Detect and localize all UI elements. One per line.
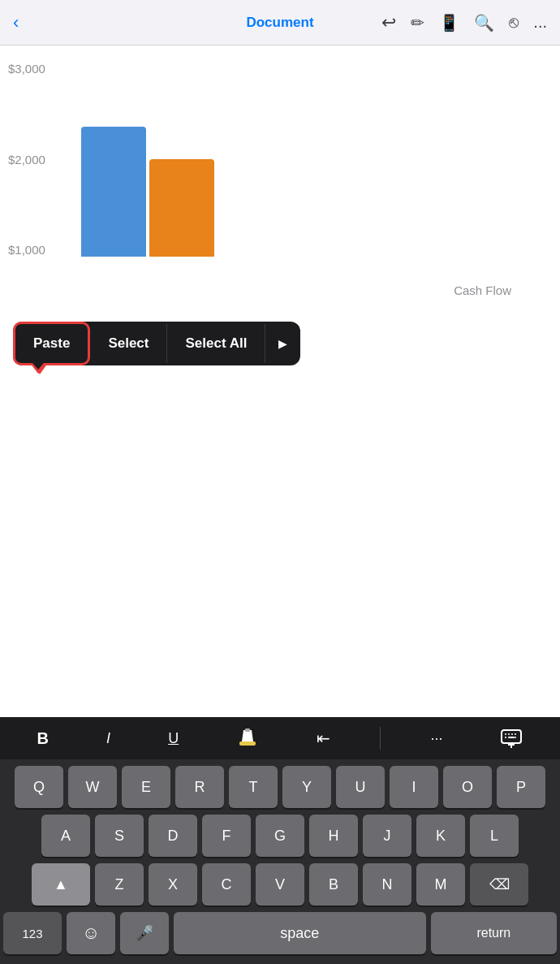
- key-l[interactable]: L: [470, 815, 519, 857]
- y-label-1000: $1,000: [8, 243, 45, 257]
- more-format-button[interactable]: ···: [422, 725, 450, 752]
- chart-label: Cash Flow: [454, 283, 511, 297]
- key-m[interactable]: M: [416, 863, 465, 906]
- y-label-2000: $2,000: [8, 153, 45, 166]
- chart-container: $3,000 $2,000 $1,000 Cash Flow: [0, 45, 560, 322]
- key-e[interactable]: E: [122, 766, 170, 808]
- key-k[interactable]: K: [416, 815, 465, 857]
- underline-button[interactable]: U: [160, 725, 187, 752]
- select-button[interactable]: Select: [90, 324, 167, 363]
- key-p[interactable]: P: [497, 766, 545, 808]
- key-row-4: 123 ☺ 🎤 space return: [3, 912, 557, 954]
- bar-blue: [81, 127, 146, 257]
- key-o[interactable]: O: [443, 766, 492, 808]
- return-key[interactable]: return: [431, 912, 557, 954]
- search-icon[interactable]: 🔍: [474, 13, 494, 32]
- key-row-2: A S D F G H J K L: [3, 815, 557, 857]
- key-u[interactable]: U: [336, 766, 385, 808]
- indent-button[interactable]: ⇤: [308, 724, 338, 753]
- select-all-button[interactable]: Select All: [167, 324, 265, 363]
- key-i[interactable]: I: [390, 766, 438, 808]
- italic-button[interactable]: I: [98, 725, 118, 752]
- chart-bars: [65, 62, 536, 257]
- keyboard: Q W E R T Y U I O P A S D F G H J K L ▲ …: [0, 759, 560, 964]
- device-icon[interactable]: 📱: [439, 13, 459, 32]
- bar-group: [81, 127, 214, 257]
- key-v[interactable]: V: [256, 863, 304, 906]
- document-area: $3,000 $2,000 $1,000 Cash Flow Paste Sel…: [0, 45, 560, 717]
- key-h[interactable]: H: [309, 815, 358, 857]
- y-axis-labels: $3,000 $2,000 $1,000: [8, 62, 45, 257]
- shift-key[interactable]: ▲: [32, 863, 90, 906]
- pen-icon[interactable]: ✏: [411, 13, 424, 32]
- key-r[interactable]: R: [175, 766, 224, 808]
- context-menu: Paste Select Select All ▶: [13, 322, 300, 365]
- space-key[interactable]: space: [174, 912, 426, 954]
- key-g[interactable]: G: [256, 815, 304, 857]
- key-row-3: ▲ Z X C V B N M ⌫: [3, 863, 557, 906]
- y-label-3000: $3,000: [8, 62, 45, 76]
- key-c[interactable]: C: [202, 863, 251, 906]
- key-q[interactable]: Q: [15, 766, 63, 808]
- key-d[interactable]: D: [149, 815, 197, 857]
- undo-icon[interactable]: ↩: [381, 12, 396, 33]
- nav-bar: ‹ Document ↩ ✏ 📱 🔍 ⎋ ...: [0, 0, 560, 45]
- num-key[interactable]: 123: [3, 912, 62, 954]
- key-f[interactable]: F: [202, 815, 251, 857]
- key-t[interactable]: T: [229, 766, 278, 808]
- svg-rect-0: [239, 741, 256, 746]
- key-x[interactable]: X: [149, 863, 197, 906]
- key-s[interactable]: S: [95, 815, 144, 857]
- mic-key[interactable]: 🎤: [120, 912, 169, 954]
- key-w[interactable]: W: [68, 766, 117, 808]
- document-title: Document: [246, 15, 313, 31]
- key-b[interactable]: B: [309, 863, 358, 906]
- dismiss-keyboard-button[interactable]: [492, 722, 531, 754]
- bar-orange: [149, 159, 214, 257]
- delete-key[interactable]: ⌫: [470, 863, 528, 906]
- more-options-button[interactable]: ▶: [265, 326, 300, 361]
- key-row-1: Q W E R T Y U I O P: [3, 766, 557, 808]
- more-icon[interactable]: ...: [533, 13, 547, 32]
- key-z[interactable]: Z: [95, 863, 144, 906]
- share-icon[interactable]: ⎋: [509, 13, 519, 32]
- bold-button[interactable]: B: [29, 724, 57, 753]
- paste-button[interactable]: Paste: [13, 322, 90, 365]
- back-button[interactable]: ‹: [13, 12, 19, 33]
- key-y[interactable]: Y: [282, 766, 331, 808]
- highlight-button[interactable]: [228, 722, 267, 754]
- key-n[interactable]: N: [363, 863, 411, 906]
- keyboard-toolbar: B I U ⇤ ···: [0, 717, 560, 759]
- key-j[interactable]: J: [363, 815, 411, 857]
- svg-marker-1: [242, 730, 253, 741]
- svg-rect-2: [245, 728, 250, 732]
- key-a[interactable]: A: [41, 815, 90, 857]
- emoji-key[interactable]: ☺: [67, 912, 115, 954]
